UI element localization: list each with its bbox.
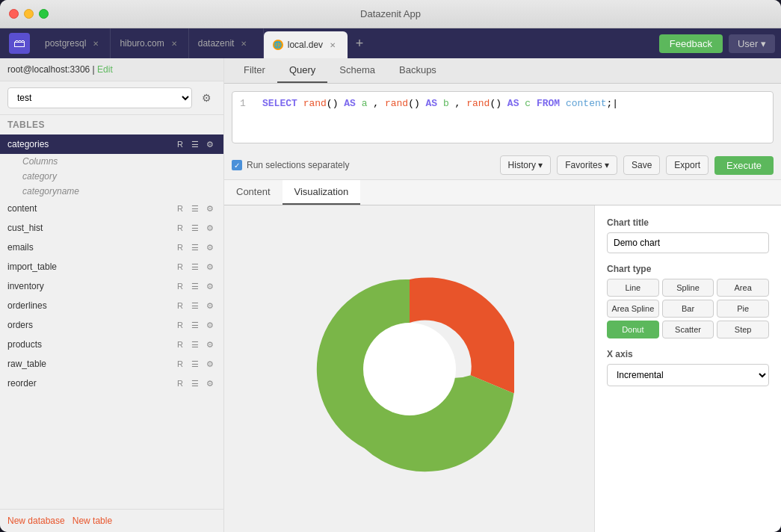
export-button[interactable]: Export bbox=[666, 155, 709, 175]
tab-localdev[interactable]: 🌐 local.dev ✕ bbox=[264, 31, 348, 58]
sub-item-columns[interactable]: Columns bbox=[15, 154, 223, 169]
close-button[interactable] bbox=[9, 9, 19, 19]
content-tabs: Filter Query Schema Backups bbox=[224, 58, 781, 84]
chart-type-area[interactable]: Area bbox=[717, 279, 769, 297]
grid-icon-inventory[interactable]: ☰ bbox=[189, 280, 201, 292]
tab-add-button[interactable]: + bbox=[348, 28, 371, 58]
chart-type-step[interactable]: Step bbox=[717, 321, 769, 338]
result-tab-content[interactable]: Content bbox=[224, 180, 283, 205]
settings-icon-cust-hist[interactable]: ⚙ bbox=[204, 222, 216, 234]
chart-type-pie[interactable]: Pie bbox=[717, 300, 769, 318]
x-axis-select[interactable]: Incremental Column A Column B bbox=[607, 364, 769, 386]
grid-icon-products[interactable]: ☰ bbox=[189, 338, 201, 350]
grid-icon-import-table[interactable]: ☰ bbox=[189, 261, 201, 273]
grid-icon-cust-hist[interactable]: ☰ bbox=[189, 222, 201, 234]
chart-type-spline[interactable]: Spline bbox=[662, 279, 714, 297]
settings-icon-inventory[interactable]: ⚙ bbox=[204, 280, 216, 292]
run-selections-checkbox[interactable]: ✓ bbox=[232, 160, 242, 170]
minimize-button[interactable] bbox=[24, 9, 34, 19]
table-item-products[interactable]: products R ☰ ⚙ bbox=[0, 335, 223, 354]
grid-icon-emails[interactable]: ☰ bbox=[189, 241, 201, 253]
globe-icon: 🌐 bbox=[273, 40, 283, 50]
grid-icon-categories[interactable]: ☰ bbox=[189, 138, 201, 150]
tab-postgresql-close[interactable]: ✕ bbox=[90, 38, 101, 49]
settings-icon-import-table[interactable]: ⚙ bbox=[204, 261, 216, 273]
x-axis-label: X axis bbox=[607, 349, 769, 359]
settings-icon-content[interactable]: ⚙ bbox=[204, 202, 216, 214]
grid-icon-content[interactable]: ☰ bbox=[189, 202, 201, 214]
chart-title-input[interactable] bbox=[607, 232, 769, 253]
tab-datazenit[interactable]: datazenit ✕ bbox=[189, 28, 264, 58]
chart-type-line[interactable]: Line bbox=[607, 279, 659, 297]
result-tab-visualization[interactable]: Visualization bbox=[283, 180, 361, 205]
table-item-icons-orderlines: R ☰ ⚙ bbox=[174, 300, 216, 312]
r-badge-reorder: R bbox=[174, 377, 186, 389]
table-item-categories[interactable]: categories R ☰ ⚙ bbox=[0, 134, 223, 154]
settings-icon-emails[interactable]: ⚙ bbox=[204, 241, 216, 253]
chart-type-bar[interactable]: Bar bbox=[662, 300, 714, 318]
table-name-products: products bbox=[7, 339, 174, 350]
tab-query[interactable]: Query bbox=[277, 58, 327, 83]
db-selector: test ⚙ bbox=[0, 81, 223, 115]
tab-backups[interactable]: Backups bbox=[387, 58, 448, 83]
tab-hiburo-label: hiburo.com bbox=[120, 38, 164, 49]
settings-icon-orderlines[interactable]: ⚙ bbox=[204, 300, 216, 312]
settings-icon-categories[interactable]: ⚙ bbox=[204, 138, 216, 150]
sidebar: root@localhost:3306 | Edit test ⚙ Tables… bbox=[0, 58, 224, 532]
feedback-button[interactable]: Feedback bbox=[659, 34, 723, 53]
table-item-raw-table[interactable]: raw_table R ☰ ⚙ bbox=[0, 354, 223, 374]
execute-button[interactable]: Execute bbox=[714, 156, 774, 175]
table-item-orderlines[interactable]: orderlines R ☰ ⚙ bbox=[0, 296, 223, 315]
query-editor[interactable]: 1 SELECT rand() AS a , rand() AS b , ran… bbox=[232, 91, 774, 143]
table-item-icons-categories: R ☰ ⚙ bbox=[174, 138, 216, 150]
tab-hiburo-close[interactable]: ✕ bbox=[169, 38, 179, 49]
grid-icon-reorder[interactable]: ☰ bbox=[189, 377, 201, 389]
chart-type-scatter[interactable]: Scatter bbox=[662, 321, 714, 338]
table-item-icons-inventory: R ☰ ⚙ bbox=[174, 280, 216, 292]
tab-filter[interactable]: Filter bbox=[232, 58, 277, 83]
tables-header: Tables bbox=[0, 115, 223, 134]
sub-item-category[interactable]: category bbox=[15, 169, 223, 184]
grid-icon-orders[interactable]: ☰ bbox=[189, 319, 201, 331]
user-menu-button[interactable]: User ▾ bbox=[729, 34, 775, 53]
sidebar-footer: New database New table bbox=[0, 509, 223, 532]
table-item-orders[interactable]: orders R ☰ ⚙ bbox=[0, 315, 223, 335]
connection-edit-link[interactable]: Edit bbox=[97, 64, 113, 75]
r-badge-content: R bbox=[174, 202, 186, 214]
table-item-content[interactable]: content R ☰ ⚙ bbox=[0, 199, 223, 218]
new-database-link[interactable]: New database bbox=[7, 516, 65, 526]
tab-postgresql[interactable]: postgresql ✕ bbox=[36, 28, 111, 58]
table-name-categories: categories bbox=[7, 139, 174, 149]
tab-datazenit-close[interactable]: ✕ bbox=[238, 38, 249, 49]
settings-icon-products[interactable]: ⚙ bbox=[204, 338, 216, 350]
table-name-orders: orders bbox=[7, 320, 174, 330]
table-item-reorder[interactable]: reorder R ☰ ⚙ bbox=[0, 374, 223, 393]
table-item-import-table[interactable]: import_table R ☰ ⚙ bbox=[0, 257, 223, 276]
table-item-cust-hist[interactable]: cust_hist R ☰ ⚙ bbox=[0, 218, 223, 238]
grid-icon-raw-table[interactable]: ☰ bbox=[189, 358, 201, 370]
settings-icon-raw-table[interactable]: ⚙ bbox=[204, 358, 216, 370]
db-settings-button[interactable]: ⚙ bbox=[197, 88, 216, 108]
tab-datazenit-label: datazenit bbox=[198, 38, 235, 49]
settings-icon-orders[interactable]: ⚙ bbox=[204, 319, 216, 331]
grid-icon-orderlines[interactable]: ☰ bbox=[189, 300, 201, 312]
r-badge-orderlines: R bbox=[174, 300, 186, 312]
table-item-inventory[interactable]: inventory R ☰ ⚙ bbox=[0, 276, 223, 296]
save-button[interactable]: Save bbox=[623, 155, 660, 175]
chart-type-label: Chart type bbox=[607, 264, 769, 274]
favorites-button[interactable]: Favorites ▾ bbox=[557, 155, 617, 175]
tab-schema[interactable]: Schema bbox=[327, 58, 387, 83]
tab-hiburo[interactable]: hiburo.com ✕ bbox=[111, 28, 188, 58]
settings-icon-reorder[interactable]: ⚙ bbox=[204, 377, 216, 389]
connection-text: root@localhost:3306 bbox=[7, 64, 90, 75]
chart-type-area-spline[interactable]: Area Spline bbox=[607, 300, 659, 318]
chart-type-donut[interactable]: Donut bbox=[607, 321, 659, 338]
new-table-link[interactable]: New table bbox=[72, 516, 112, 526]
maximize-button[interactable] bbox=[39, 9, 49, 19]
tabs-list: postgresql ✕ hiburo.com ✕ datazenit ✕ 🌐 … bbox=[36, 28, 659, 58]
history-button[interactable]: History ▾ bbox=[500, 155, 552, 175]
tab-localdev-close[interactable]: ✕ bbox=[327, 40, 338, 50]
table-item-emails[interactable]: emails R ☰ ⚙ bbox=[0, 238, 223, 257]
sub-item-categoryname[interactable]: categoryname bbox=[15, 184, 223, 199]
database-select[interactable]: test bbox=[7, 87, 192, 108]
